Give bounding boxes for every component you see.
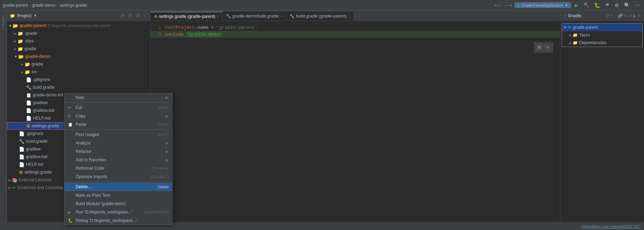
breadcrumb-part2[interactable]: gradle-demo — [32, 3, 55, 8]
tree-item-gradle-demo[interactable]: ▼ 📂 gradle-demo — [7, 53, 150, 60]
panel-close-btn[interactable]: × — [143, 13, 147, 19]
tree-arrow-gradle-sub[interactable]: ▶ — [14, 47, 17, 51]
cm-label-cut: Cut — [76, 105, 158, 110]
cm-item-optimize[interactable]: Optimize Imports Ctrl+Alt+O — [64, 172, 172, 181]
cm-item-cut[interactable]: ✂ Cut Ctrl+X — [64, 103, 172, 112]
tree-arrow-gradle-parent[interactable]: ▼ — [8, 24, 12, 28]
gradle-collapse-btn[interactable]: ⇄ — [629, 13, 632, 18]
run-config-dropdown-icon[interactable]: ▼ — [565, 3, 568, 7]
tree-arrow-demo-gradle[interactable]: ▶ — [21, 62, 24, 66]
breadcrumb-sep1: › — [29, 3, 30, 8]
cm-item-reformat[interactable]: Reformat Code Ctrl+Alt+L — [64, 164, 172, 172]
tree-item-build-gradle-demo[interactable]: 🔧 build.gradle — [7, 83, 150, 91]
tree-item-gitignore-demo[interactable]: 📄 .gitignore — [7, 76, 150, 83]
debug-button[interactable]: 🐛 — [593, 2, 602, 9]
tree-item-gradle-parent[interactable]: ▼ 📂 gradle-parent D:\legends_workspace\g… — [7, 22, 150, 29]
tree-label-gradlew-root: gradlew — [26, 147, 41, 151]
tree-arrow-src[interactable]: ▶ — [21, 70, 24, 74]
small-popup: ⚙ × — [534, 42, 553, 53]
tab-close-settings-parent[interactable]: × — [217, 15, 219, 19]
tab-build-gradle-parent[interactable]: 🔧 build.gradle (gradle-parent) × — [286, 12, 354, 21]
tree-item-gradle-dir[interactable]: ▶ 📁 .gradle — [7, 29, 150, 37]
breadcrumb-part1[interactable]: gradle-parent — [3, 3, 28, 8]
popup-close-btn[interactable]: × — [544, 44, 551, 51]
search-button[interactable]: 🔍 — [623, 2, 631, 9]
gradle-remove-btn[interactable]: − — [614, 13, 617, 18]
editor-area: ⚙ settings.gradle (gradle-parent) × 🔧 gr… — [151, 11, 560, 230]
run-button[interactable]: ▶ — [573, 2, 580, 9]
cm-item-debug[interactable]: 🐛 Debug 'D:/legends_workspace...' — [64, 216, 172, 225]
gradle-tree-item-dependencies[interactable]: ▶ 📁 Dependencies — [562, 39, 642, 47]
gradle-tree-item-root[interactable]: ▼ ⚙ gradle-parent — [562, 23, 642, 31]
gradle-tree-item-tasks[interactable]: ▶ 📁 Tasks — [562, 31, 642, 39]
panel-sync-btn[interactable]: ⟳ — [120, 13, 126, 19]
tree-arrow-gradle-demo[interactable]: ▼ — [14, 55, 18, 59]
file-icon-settings-gradle-demo: ⚙ — [26, 123, 30, 129]
build-button[interactable]: 🔨 — [582, 2, 591, 9]
tree-item-idea[interactable]: ▶ 📁 .idea — [7, 37, 150, 45]
gradle-arrow-root[interactable]: ▼ — [563, 26, 567, 29]
settings-button[interactable]: ⚙ — [613, 2, 621, 9]
tree-label-gradle-sub: gradle — [25, 46, 36, 51]
more-button[interactable]: ⋯ — [633, 2, 641, 9]
coverage-button[interactable]: ☂ — [604, 2, 611, 9]
nav-forward-icon[interactable]: ⟶ — [504, 2, 512, 8]
tree-label-gitignore-root: .gitignore — [26, 131, 43, 136]
cm-item-find-usages[interactable]: Find Usages Alt+F7 — [64, 130, 172, 139]
tree-item-gradle-sub[interactable]: ▶ 📁 gradle — [7, 45, 150, 53]
panel-collapse-btn[interactable]: ☰ — [127, 13, 133, 19]
cm-item-mark-plain[interactable]: Mark as Plain Text — [64, 191, 172, 199]
tree-arrow-scratches[interactable]: ▶ — [8, 186, 11, 190]
cm-item-run[interactable]: ▶ Run 'D:/legends_workspace...' Ctrl+Shi… — [64, 208, 172, 216]
cm-icon-run: ▶ — [68, 210, 74, 215]
file-icon-help-md-demo: 📄 — [26, 116, 32, 121]
project-vertical-label[interactable]: 1: Project — [1, 15, 5, 30]
cm-item-copy[interactable]: ⎘ Copy ▶ — [64, 112, 172, 120]
tree-item-src[interactable]: ▶ 📁 src — [7, 68, 150, 76]
tab-settings-gradle-parent[interactable]: ⚙ settings.gradle (gradle-parent) × — [151, 12, 223, 21]
tab-close-build-parent[interactable]: × — [348, 14, 350, 18]
tree-item-gradle-demo-gradle[interactable]: ▶ 📁 gradle — [7, 60, 150, 68]
cm-item-paste[interactable]: 📋 Paste Ctrl+V — [64, 120, 172, 129]
cm-item-add-favorites[interactable]: Add to Favorites ▶ — [64, 156, 172, 164]
run-config-selector[interactable]: ▶ GradleParentApplication ▼ — [514, 2, 571, 8]
scratches-icon: ✏ — [12, 185, 16, 190]
cm-item-new[interactable]: New ▶ — [64, 93, 172, 102]
editor-content[interactable]: 1 rootProject.name = 'gradle-parent' 2 i… — [151, 21, 560, 230]
cm-item-refactor[interactable]: Refactor ▶ — [64, 147, 172, 156]
tree-arrow-idea[interactable]: ▶ — [14, 39, 17, 43]
gradle-link-btn[interactable]: 🔗 — [618, 13, 623, 18]
cm-label-add-favorites: Add to Favorites — [76, 157, 164, 162]
tree-arrow-gradle-dir[interactable]: ▶ — [14, 32, 17, 35]
cm-arrow-refactor: ▶ — [166, 149, 169, 154]
cm-item-delete[interactable]: Delete... Delete — [64, 183, 172, 191]
tab-close-build-demo[interactable]: × — [280, 14, 282, 18]
panel-settings-btn[interactable]: ⚙ — [135, 13, 141, 19]
tree-arrow-external-libs[interactable]: ▶ — [8, 178, 11, 182]
tab-build-gradle-demo[interactable]: 🔧 gradle-demo\build.gradle × — [223, 12, 286, 21]
gradle-add-btn[interactable]: + — [611, 13, 613, 18]
panel-dropdown-icon[interactable]: ▼ — [34, 14, 37, 18]
cm-icon-cut: ✂ — [68, 106, 74, 110]
file-icon-gradlew-demo: 📄 — [26, 100, 32, 106]
gradle-arrow-tasks[interactable]: ▶ — [569, 33, 572, 37]
gradle-label-tasks: Tasks — [579, 33, 590, 38]
gradle-expand-btn[interactable]: ⇔ — [624, 13, 628, 18]
cm-item-analyze[interactable]: Analyze ▶ — [64, 139, 172, 147]
editor-tabs: ⚙ settings.gradle (gradle-parent) × 🔧 gr… — [151, 11, 560, 21]
nav-back-icon[interactable]: ⟵ — [494, 2, 502, 8]
gradle-settings-btn[interactable]: ⚙ — [637, 13, 641, 18]
tree-label-settings-gradle-demo: settings.gradle — [32, 123, 59, 128]
status-url[interactable]: https://blog.csdn.net/zh452647457 — [582, 224, 640, 229]
run-config-label: GradleParentApplication — [521, 3, 563, 7]
breadcrumb-part3[interactable]: settings.gradle — [60, 3, 87, 8]
gradle-arrow-deps[interactable]: ▶ — [569, 41, 572, 45]
tree-label-build-gradle-root: build.gradle — [26, 139, 48, 144]
breadcrumb: gradle-parent › gradle-demo › settings.g… — [3, 3, 87, 8]
gradle-refresh-btn[interactable]: ⟳ — [606, 13, 610, 18]
popup-btn-1[interactable]: ⚙ — [536, 44, 543, 51]
tab-icon-settings: ⚙ — [154, 14, 158, 19]
cm-item-build-module[interactable]: Build Module 'gradle-demo' — [64, 199, 172, 208]
file-icon-help-md-root: 📄 — [19, 162, 25, 167]
gradle-run-btn[interactable]: ▶ — [633, 13, 636, 18]
